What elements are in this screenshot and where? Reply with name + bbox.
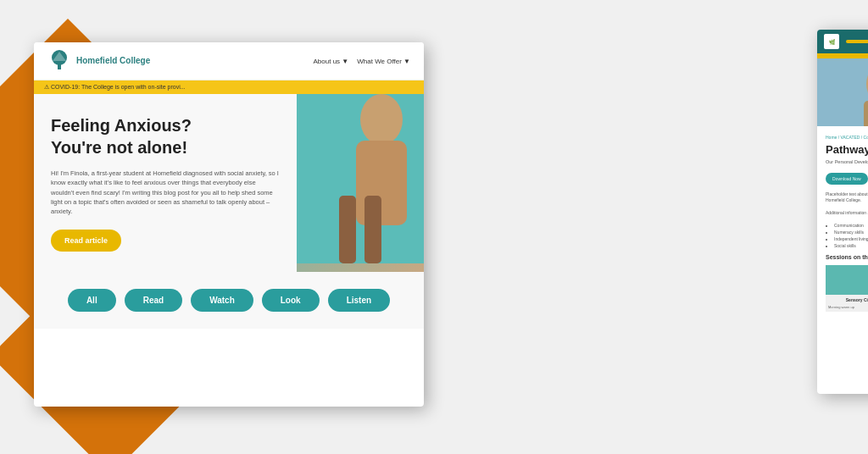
svg-rect-1: [58, 64, 61, 69]
back-breadcrumb: Home / VACATED / Course Overview / Pathw…: [826, 135, 868, 140]
screenshot-homefield-blog: Homefield College About us ▼ What We Off…: [34, 42, 424, 407]
svg-point-4: [360, 94, 403, 145]
hf-hero: Feeling Anxious?You're not alone! Hi! I'…: [34, 94, 424, 272]
back-logo: 🌿: [824, 34, 839, 49]
person-silhouette: [297, 94, 424, 263]
hero-body: Hi! I'm Finola, a first-year student at …: [51, 169, 280, 216]
back-site-header: 🌿 About us What We Offer Our Pathways Ou…: [817, 30, 868, 53]
hf-header: Homefield College About us ▼ What We Off…: [34, 42, 424, 80]
covid-banner: ⚠ COVID-19: The College is open with on-…: [34, 80, 424, 94]
svg-rect-6: [339, 196, 356, 263]
read-article-button[interactable]: Read article: [51, 230, 121, 252]
screenshot-pathway1: 🌿 About us What We Offer Our Pathways Ou…: [817, 30, 868, 394]
hero-person-image: [297, 94, 424, 272]
filter-all-button[interactable]: All: [68, 289, 116, 312]
filter-buttons-container: All Read Watch Look Listen: [34, 272, 424, 329]
back-list-item-3: Independent living: [834, 235, 868, 242]
back-pathway-desc: Our Personal Development pathway support…: [826, 159, 868, 166]
tree-icon: [47, 49, 71, 73]
hf-logo: Homefield College: [47, 49, 150, 73]
back-sessions-grid: Sensory Circuits Morning warm up Life Sk…: [826, 265, 868, 312]
back-hero-image: BLOG: [817, 58, 868, 126]
back-yellow-accent: [846, 40, 868, 43]
hero-title: Feeling Anxious?You're not alone!: [51, 114, 280, 158]
back-hero-svg: [817, 58, 868, 126]
hf-nav: About us ▼ What We Offer ▼: [314, 58, 410, 65]
back-session-text-1: Morning warm up: [826, 305, 868, 312]
hero-image: [297, 94, 424, 272]
back-session-img-1: [826, 265, 868, 295]
nav-about[interactable]: About us ▼: [314, 58, 349, 65]
filter-listen-button[interactable]: Listen: [328, 289, 390, 312]
filter-read-button[interactable]: Read: [125, 289, 182, 312]
back-pathway-content: Home / VACATED / Course Overview / Pathw…: [817, 126, 868, 320]
back-body-text: Placeholder text about the Pathway 1 con…: [826, 191, 868, 217]
filter-look-button[interactable]: Look: [262, 289, 320, 312]
back-pathway-list: Communication Numeracy skills Independen…: [834, 222, 868, 249]
nav-offer[interactable]: What We Offer ▼: [357, 58, 410, 65]
back-list-item-1: Communication: [834, 222, 868, 229]
back-session-card-1: Sensory Circuits Morning warm up: [826, 265, 868, 312]
filter-watch-button[interactable]: Watch: [191, 289, 253, 312]
covid-text: ⚠ COVID-19: The College is open with on-…: [44, 84, 186, 91]
svg-rect-7: [364, 196, 381, 263]
svg-rect-8: [817, 58, 868, 126]
hf-hero-content: Feeling Anxious?You're not alone! Hi! I'…: [34, 94, 297, 272]
back-session-label-1: Sensory Circuits: [826, 295, 868, 305]
back-list-item-4: Social skills: [834, 242, 868, 249]
back-sessions-title: Sessions on this Pathway include:: [826, 254, 868, 260]
logo-text: Homefield College: [76, 56, 150, 66]
back-list-item-2: Numeracy skills: [834, 229, 868, 235]
back-pathway-title: Pathway 1: [826, 143, 868, 156]
back-download-btn[interactable]: Download Now: [826, 173, 868, 185]
svg-rect-10: [864, 101, 868, 126]
back-pathway-buttons: Download Now View and Print: [826, 173, 868, 185]
